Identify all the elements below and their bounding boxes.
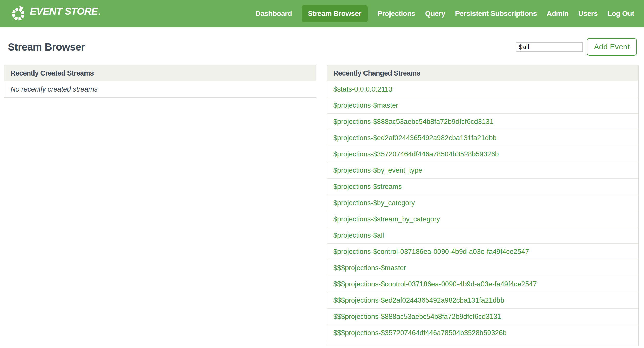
stream-link[interactable]: $$$projections-$ed2af0244365492a982cba13… (333, 296, 504, 304)
nav-log-out[interactable]: Log Out (607, 10, 634, 18)
stream-link[interactable]: $$$projections-$control-037186ea-0090-4b… (333, 280, 537, 288)
main-nav: Dashboard Stream Browser Projections Que… (255, 5, 634, 22)
recently-changed-header: Recently Changed Streams (327, 65, 638, 81)
stream-name-input[interactable] (516, 42, 583, 52)
nav-query[interactable]: Query (425, 10, 445, 18)
recently-created-header: Recently Created Streams (4, 65, 316, 81)
recently-created-panel: Recently Created Streams No recently cre… (4, 65, 316, 98)
brand-suffix: . (98, 8, 100, 16)
stream-row: $projections-$all (327, 227, 638, 244)
stream-link[interactable]: $projections-$streams (333, 183, 402, 190)
stream-link[interactable]: $$$projections-$master (333, 264, 406, 272)
panels: Recently Created Streams No recently cre… (4, 65, 639, 346)
page-head: Stream Browser Add Event (8, 38, 637, 56)
stream-row: $$$projections-$888ac53aebc54b8fa72b9dfc… (327, 309, 638, 325)
nav-admin[interactable]: Admin (547, 10, 569, 18)
page-title: Stream Browser (8, 41, 85, 53)
stream-link[interactable]: $projections-$by_event_type (333, 167, 422, 174)
stream-row: $$$projections-$357207464df446a78504b352… (327, 325, 638, 341)
stream-row-partial (327, 341, 638, 346)
add-event-button[interactable]: Add Event (587, 38, 637, 56)
stream-row: $projections-$888ac53aebc54b8fa72b9dfcf6… (327, 114, 638, 130)
stream-link[interactable]: $projections-$control-037186ea-0090-4b9d… (333, 248, 529, 255)
stream-row: $$$projections-$ed2af0244365492a982cba13… (327, 292, 638, 309)
stream-link[interactable]: $projections-$ed2af0244365492a982cba131f… (333, 134, 497, 142)
stream-row: $projections-$stream_by_category (327, 211, 638, 227)
recently-changed-panel: Recently Changed Streams $stats-0.0.0.0:… (327, 65, 639, 346)
stream-row: $projections-$by_event_type (327, 162, 638, 179)
stream-row: $projections-$357207464df446a78504b3528b… (327, 146, 638, 162)
stream-link[interactable]: $projections-$888ac53aebc54b8fa72b9dfcf6… (333, 118, 494, 126)
stream-row: $$$projections-$control-037186ea-0090-4b… (327, 276, 638, 292)
nav-projections[interactable]: Projections (377, 10, 415, 18)
brand: EVENT STORE . (10, 6, 100, 22)
app-header: EVENT STORE . Dashboard Stream Browser P… (0, 0, 644, 27)
recently-created-empty-message: No recently created streams (4, 81, 316, 97)
nav-users[interactable]: Users (578, 10, 598, 18)
stream-row: $$$projections-$master (327, 260, 638, 276)
stream-row: $projections-$control-037186ea-0090-4b9d… (327, 244, 638, 260)
nav-persistent-subscriptions[interactable]: Persistent Subscriptions (455, 10, 537, 18)
stream-link[interactable]: $projections-$stream_by_category (333, 215, 440, 223)
stream-link[interactable]: $projections-$357207464df446a78504b3528b… (333, 150, 499, 158)
main-content: Stream Browser Add Event Recently Create… (0, 38, 644, 346)
nav-dashboard[interactable]: Dashboard (255, 10, 292, 18)
stream-row: $stats-0.0.0.0:2113 (327, 81, 638, 97)
stream-row: $projections-$master (327, 97, 638, 114)
stream-link[interactable]: $projections-$by_category (333, 199, 415, 207)
stream-link[interactable]: $projections-$master (333, 102, 398, 109)
nav-stream-browser[interactable]: Stream Browser (302, 5, 368, 22)
stream-controls: Add Event (516, 38, 637, 56)
stream-link[interactable]: $projections-$all (333, 231, 384, 239)
stream-link[interactable]: $stats-0.0.0.0:2113 (333, 85, 392, 93)
stream-link[interactable]: $$$projections-$888ac53aebc54b8fa72b9dfc… (333, 313, 501, 320)
brand-name: EVENT STORE (30, 6, 98, 17)
stream-row: $projections-$streams (327, 179, 638, 195)
stream-row: $projections-$by_category (327, 195, 638, 211)
stream-link[interactable]: $$$projections-$357207464df446a78504b352… (333, 329, 507, 337)
event-store-logo-icon (10, 6, 26, 22)
stream-row: $projections-$ed2af0244365492a982cba131f… (327, 130, 638, 146)
